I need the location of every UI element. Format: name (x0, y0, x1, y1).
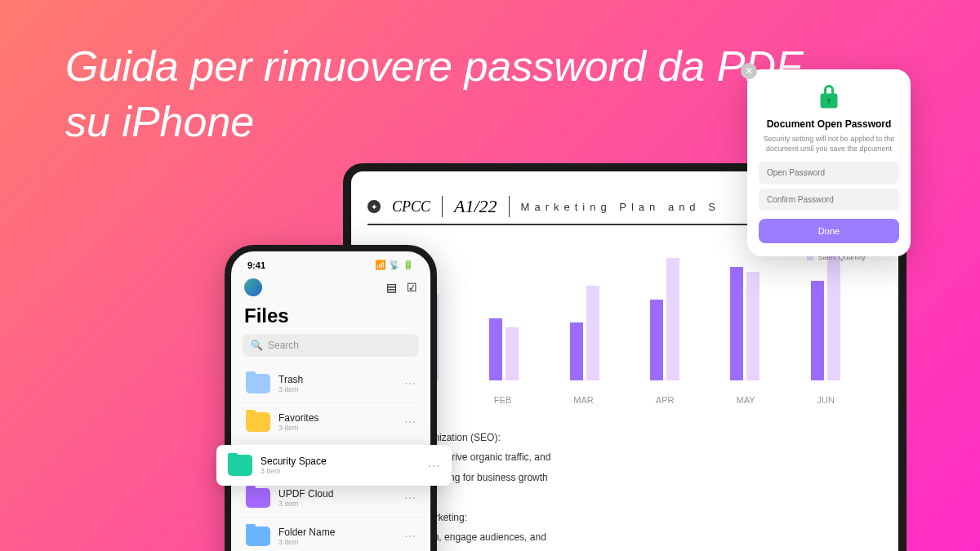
list-item[interactable]: Favorites3 item ⋯ (239, 403, 422, 442)
signal-icon: 📶 (375, 260, 386, 270)
item-name: UPDF Cloud (278, 488, 396, 500)
more-icon[interactable]: ⋯ (427, 458, 440, 473)
more-icon[interactable]: ⋯ (404, 415, 416, 429)
top-bar: ▤ ☑ (231, 273, 430, 301)
doc-title: Marketing Plan and S (521, 201, 720, 213)
item-name: Favorites (278, 412, 396, 424)
dialog-desc: Security setting will not be applied to … (759, 135, 899, 153)
item-sub: 3 item (261, 467, 419, 475)
item-name: Security Space (261, 455, 419, 467)
more-icon[interactable]: ⋯ (404, 530, 416, 543)
body-line: ine visibility, drive organic traffic, a… (392, 449, 858, 465)
headline: Guida per rimuovere password da PDF su i… (65, 39, 802, 149)
confirm-password-input[interactable] (759, 189, 899, 211)
more-icon[interactable]: ⋯ (404, 377, 416, 390)
folder-icon (246, 487, 270, 509)
headline-line1: Guida per rimuovere password da PDF (65, 39, 802, 95)
body-line: website ranking for business growth (392, 469, 858, 486)
bar (506, 327, 519, 380)
wifi-icon: 📡 (389, 260, 400, 270)
battery-icon: 🔋 (403, 260, 414, 270)
iphone-frame: 9:41 📶 📡 🔋 ▤ ☑ Files 🔍 Search Trash3 ite… (225, 245, 437, 551)
bar (746, 272, 760, 380)
item-sub: 3 item (278, 424, 396, 432)
star-icon: ✦ (368, 200, 381, 213)
list-item[interactable]: Trash3 item ⋯ (239, 365, 422, 403)
bar-group (570, 242, 599, 380)
folder-icon (246, 526, 270, 547)
bar (730, 267, 743, 380)
search-input[interactable]: 🔍 Search (243, 334, 419, 357)
xaxis-label: JUN (817, 395, 835, 405)
close-icon[interactable]: ✕ (741, 63, 757, 79)
xaxis-label: MAR (573, 395, 593, 405)
bar (827, 256, 840, 380)
bar-group (650, 242, 679, 380)
headline-line2: su iPhone (65, 95, 802, 150)
status-bar: 9:41 📶 📡 🔋 (231, 251, 430, 273)
body-line: media marketing: (392, 509, 858, 526)
lock-icon (814, 82, 844, 112)
avatar[interactable] (244, 278, 262, 296)
search-placeholder: Search (268, 340, 299, 351)
list-item-security-space-popout[interactable]: Security Space 3 item ⋯ (216, 445, 452, 486)
xaxis-label: APR (656, 395, 675, 405)
donut-chart (621, 547, 784, 551)
status-time: 9:41 (247, 260, 265, 270)
open-password-input[interactable] (759, 162, 899, 184)
bar (666, 258, 679, 380)
lock-folder-icon (228, 455, 252, 476)
item-sub: 3 item (278, 500, 396, 508)
bar (570, 322, 583, 380)
list-item[interactable]: Folder Name3 item ⋯ (239, 518, 422, 551)
item-sub: 3 item (278, 538, 396, 546)
xaxis-label: MAY (736, 395, 755, 405)
bar-group (811, 242, 840, 380)
folder-icon (246, 373, 270, 394)
item-sub: 3 item (278, 385, 396, 393)
grid-view-icon[interactable]: ▤ (386, 281, 397, 294)
bar (811, 281, 824, 380)
svg-point-0 (621, 547, 784, 551)
bar-group (489, 242, 519, 380)
body-line: gine Optimization (SEO): (392, 429, 858, 446)
done-button[interactable]: Done (759, 219, 899, 243)
select-icon[interactable]: ☑ (407, 281, 417, 294)
page-title: Files (231, 301, 430, 334)
folder-icon (246, 411, 270, 433)
doc-code: A1/22 (442, 196, 510, 217)
body-line: ess. (392, 489, 858, 505)
bar (489, 318, 502, 381)
search-icon: 🔍 (251, 340, 263, 351)
bar (586, 286, 599, 380)
xaxis-label: FEB (494, 395, 511, 405)
item-name: Folder Name (278, 527, 396, 538)
doc-org: CPCC (392, 198, 430, 216)
dialog-title: Document Open Password (759, 118, 899, 130)
body-line: rand reach, engage audiences, and (392, 529, 858, 545)
bar-group (730, 242, 760, 380)
password-dialog: ✕ Document Open Password Security settin… (747, 69, 911, 256)
item-name: Trash (278, 374, 396, 385)
more-icon[interactable]: ⋯ (404, 491, 416, 504)
bar (650, 300, 663, 380)
status-icons: 📶 📡 🔋 (375, 260, 414, 270)
